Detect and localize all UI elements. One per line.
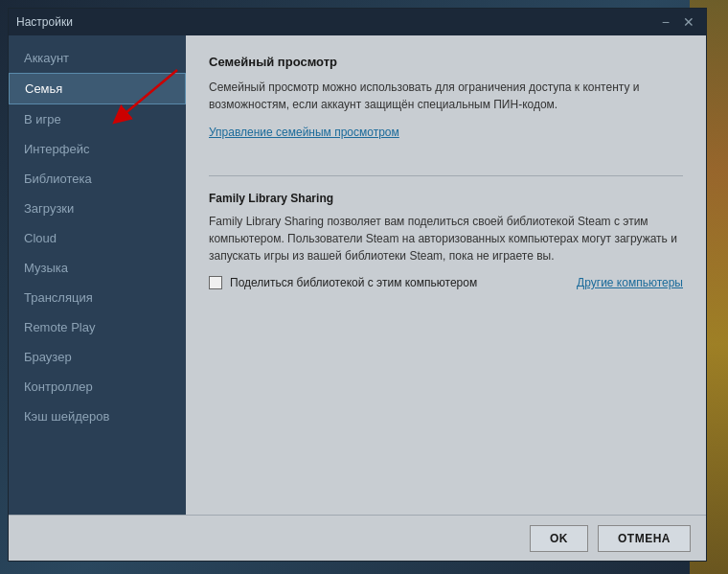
main-panel: Семейный просмотр Семейный просмотр можн… — [186, 35, 706, 515]
share-library-checkbox[interactable] — [209, 276, 222, 289]
family-view-section: Семейный просмотр Семейный просмотр можн… — [209, 55, 683, 152]
sidebar-item-downloads[interactable]: Загрузки — [9, 194, 186, 223]
other-computers-link[interactable]: Другие компьютеры — [577, 276, 683, 289]
dialog-title: Настройки — [16, 15, 73, 29]
family-library-sharing-description: Family Library Sharing позволяет вам под… — [209, 213, 683, 264]
content-area: Аккаунт Семья В игре Интерфейс Библиотек… — [9, 35, 706, 515]
sidebar-item-family[interactable]: Семья — [9, 73, 186, 104]
sidebar-item-controller[interactable]: Контроллер — [9, 372, 186, 402]
cancel-button[interactable]: ОТМЕНА — [598, 525, 691, 552]
dialog-footer: OK ОТМЕНА — [9, 515, 706, 561]
sidebar-item-browser[interactable]: Браузер — [9, 342, 186, 372]
minimize-button[interactable]: − — [658, 14, 673, 30]
sidebar: Аккаунт Семья В игре Интерфейс Библиотек… — [9, 35, 186, 515]
titlebar-controls: − ✕ — [658, 14, 698, 30]
family-library-sharing-title: Family Library Sharing — [209, 192, 683, 205]
family-view-title: Семейный просмотр — [209, 55, 683, 69]
close-button[interactable]: ✕ — [679, 14, 698, 30]
manage-family-view-link[interactable]: Управление семейным просмотром — [209, 126, 399, 139]
titlebar: Настройки − ✕ — [9, 9, 706, 35]
sidebar-item-interface[interactable]: Интерфейс — [9, 134, 186, 164]
sidebar-item-broadcast[interactable]: Трансляция — [9, 283, 186, 312]
sidebar-item-music[interactable]: Музыка — [9, 253, 186, 283]
family-view-description: Семейный просмотр можно использовать для… — [209, 79, 683, 113]
share-library-row: Поделиться библиотекой с этим компьютеро… — [209, 276, 683, 289]
sidebar-item-cloud[interactable]: Cloud — [9, 223, 186, 253]
share-library-label: Поделиться библиотекой с этим компьютеро… — [230, 276, 477, 289]
sidebar-item-remoteplay[interactable]: Remote Play — [9, 312, 186, 342]
sidebar-item-ingame[interactable]: В игре — [9, 104, 186, 134]
settings-dialog: Настройки − ✕ Аккаунт Семья В игре Интер… — [8, 8, 707, 562]
sidebar-item-account[interactable]: Аккаунт — [9, 43, 186, 73]
section-divider — [209, 175, 683, 176]
sidebar-item-library[interactable]: Библиотека — [9, 164, 186, 194]
sidebar-item-shadercache[interactable]: Кэш шейдеров — [9, 402, 186, 431]
family-library-sharing-section: Family Library Sharing Family Library Sh… — [209, 192, 683, 289]
ok-button[interactable]: OK — [530, 525, 588, 552]
